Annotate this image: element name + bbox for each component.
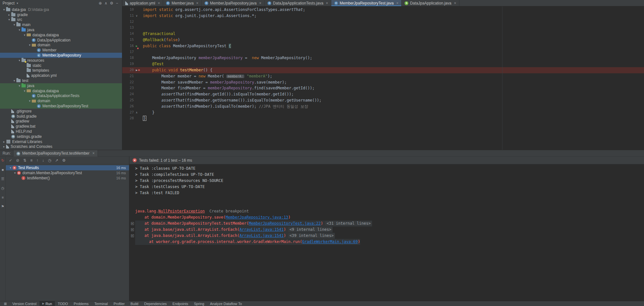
next-failed-test-icon[interactable]: ↓ — [42, 158, 44, 163]
chevron-right-icon[interactable]: ▸ — [2, 145, 6, 148]
test-tree-item-domain-memberjparepositorytest[interactable]: ▾✕domain.MemberJpaRepositoryTest16 ms — [6, 170, 129, 176]
tree-item-main[interactable]: ▾main — [0, 22, 122, 27]
tree-item-gradlew-bat[interactable]: gradlew.bat — [0, 124, 122, 129]
chevron-down-icon[interactable]: ▾ — [2, 8, 6, 11]
chevron-down-icon[interactable]: ▾ — [12, 23, 16, 26]
close-icon[interactable]: × — [196, 1, 198, 5]
tree-item-resources[interactable]: ▾resources — [0, 58, 122, 63]
test-tree-item-testmember[interactable]: !testMember()16 ms — [6, 176, 129, 181]
line-number[interactable]: 25 — [122, 97, 136, 104]
close-icon[interactable]: × — [454, 1, 456, 5]
settings-icon[interactable]: ⚙ — [62, 158, 66, 163]
tree-item-external-libraries[interactable]: ▸External Libraries — [0, 139, 122, 144]
tree-item-datajpa-datajpa[interactable]: ▾datajpa.datajpa — [0, 32, 122, 38]
statusbar-item-todo[interactable]: TODO — [55, 301, 71, 306]
statusbar-item-endpoints[interactable]: Endpoints — [170, 301, 191, 306]
chevron-right-icon[interactable]: ▸ — [2, 140, 6, 143]
stack-trace-link[interactable]: GradleWorkerMain.java:69 — [302, 239, 358, 244]
tree-item-build-gradle[interactable]: Gbuild.gradle — [0, 114, 122, 119]
chevron-down-icon[interactable]: ▾ — [17, 59, 22, 62]
show-passed-icon[interactable]: ✓ — [9, 158, 12, 163]
locate-file-icon[interactable]: ⊕ — [97, 1, 103, 5]
editor-tab-datajpaapplication-java[interactable]: SDataJpaApplication.java× — [402, 0, 459, 6]
line-number[interactable]: 20 — [122, 67, 136, 73]
line-number[interactable]: 11 — [122, 13, 136, 19]
tree-item-datajpa-datajpa[interactable]: ▾datajpa.datajpa — [0, 88, 122, 94]
sort-by-duration-icon[interactable]: ≡ — [30, 158, 32, 163]
test-tree-item-test-results[interactable]: ▾✕Test Results16 ms — [6, 165, 129, 170]
line-number[interactable]: 16 — [122, 43, 136, 49]
show-ignored-icon[interactable]: ⊘ — [16, 158, 19, 163]
statusbar-item-dependencies[interactable]: Dependencies — [141, 301, 170, 306]
close-icon[interactable]: × — [92, 151, 95, 156]
tool-window-grid-icon[interactable]: ▦ — [1, 302, 9, 305]
line-number[interactable]: 13 — [122, 25, 136, 31]
tree-item-java[interactable]: ▾java — [0, 83, 122, 88]
close-icon[interactable]: × — [326, 1, 328, 5]
line-number[interactable]: 21 — [122, 73, 136, 79]
editor-tab-application-yml[interactable]: application.yml× — [122, 0, 163, 6]
line-number[interactable]: 12 — [122, 19, 136, 25]
chevron-down-icon[interactable]: ▾ — [8, 166, 13, 169]
settings-icon[interactable]: ⚙ — [109, 1, 115, 5]
chevron-down-icon[interactable]: ▼ — [16, 2, 19, 5]
chevron-down-icon[interactable]: ▾ — [28, 43, 32, 47]
history-icon[interactable]: ◷ — [1, 186, 4, 190]
editor-tab-memberjparepositorytest-java[interactable]: CMemberJpaRepositoryTest.java× — [331, 0, 402, 6]
stack-trace-link[interactable]: MemberJpaRepositoryTest.java:22 — [249, 221, 321, 226]
pin-icon[interactable]: ⚑ — [1, 204, 4, 209]
statusbar-item-version-control[interactable]: Version Control — [9, 301, 39, 306]
console-output[interactable]: > Task :classes UP-TO-DATE> Task :compil… — [129, 164, 644, 301]
close-icon[interactable]: × — [396, 1, 398, 5]
run-test-method-icon[interactable]: ▶ — [136, 67, 137, 73]
run-configuration-tab[interactable]: G MemberJpaRepositoryTest.testMember × — [13, 150, 98, 157]
tree-item-domain[interactable]: ▾domain — [0, 98, 122, 104]
hide-panel-icon[interactable]: − — [115, 1, 119, 5]
tree-item-src[interactable]: ▾src — [0, 17, 122, 22]
test-history-icon[interactable]: ◷ — [48, 158, 51, 163]
statusbar-item-problems[interactable]: Problems — [71, 301, 91, 306]
tree-item-memberjparepositorytest[interactable]: CMemberJpaRepositoryTest — [0, 104, 122, 109]
fold-icon[interactable]: + — [131, 222, 134, 225]
fold-icon[interactable]: ∨ — [136, 13, 137, 19]
scroll-to-end-icon[interactable]: ≡ — [2, 195, 4, 199]
statusbar-item-profiler[interactable]: Profiler — [111, 301, 128, 306]
statusbar-item-analyze-dataflow-to[interactable]: Analyze Dataflow To — [207, 301, 245, 306]
tree-item-settings-gradle[interactable]: Gsettings.gradle — [0, 134, 122, 139]
project-panel-title[interactable]: Project — [3, 1, 14, 5]
collapse-all-icon[interactable]: ∧ — [103, 1, 109, 5]
sort-alphabetically-icon[interactable]: ⇅ — [23, 158, 26, 163]
line-number[interactable]: 14 — [122, 31, 136, 37]
tree-item-domain[interactable]: ▾domain — [0, 43, 122, 48]
statusbar-item-spring[interactable]: Spring — [191, 301, 207, 306]
editor-tab-datajpaapplicationtests-java[interactable]: CDataJpaApplicationTests.java× — [265, 0, 331, 6]
tree-item-gitignore[interactable]: .gitignore — [0, 109, 122, 114]
tree-item-data-jpa[interactable]: ▾data-jpaD:\#data-jpa — [0, 7, 122, 12]
tree-item-gradlew[interactable]: gradlew — [0, 119, 122, 124]
tree-item-memberjparepository[interactable]: CMemberJpaRepository — [0, 53, 122, 58]
rerun-icon[interactable]: ↻ — [1, 158, 4, 163]
fold-icon[interactable]: + — [131, 234, 134, 237]
run-test-class-icon[interactable]: ▶ — [136, 43, 137, 49]
chevron-down-icon[interactable]: ▾ — [22, 33, 27, 37]
export-results-icon[interactable]: ↗ — [55, 158, 58, 163]
stack-trace-link[interactable]: MemberJpaRepository.java:13 — [226, 215, 288, 220]
line-number[interactable]: 26 — [122, 104, 136, 110]
chevron-down-icon[interactable]: ▾ — [13, 171, 17, 175]
chevron-down-icon[interactable]: ▾ — [17, 84, 22, 87]
chevron-down-icon[interactable]: ▾ — [7, 18, 11, 21]
line-number[interactable]: 18 — [122, 55, 136, 61]
tree-item-member[interactable]: CMember — [0, 48, 122, 53]
editor-tab-member-java[interactable]: CMember.java× — [163, 0, 202, 6]
line-number[interactable]: 10 — [122, 7, 136, 13]
tree-item-datajpaapplicationtests[interactable]: CDataJpaApplicationTests — [0, 94, 122, 99]
method-breakpoint-icon[interactable]: ◆ — [138, 67, 140, 73]
tree-item-static[interactable]: static — [0, 63, 122, 68]
chevron-right-icon[interactable]: ▸ — [7, 13, 11, 16]
stack-trace-link[interactable]: ArrayList.java:1541 — [239, 233, 283, 238]
fold-icon[interactable]: ∧ — [136, 110, 137, 116]
editor-tab-memberjparepository-java[interactable]: CMemberJpaRepository.java× — [202, 0, 265, 6]
chevron-down-icon[interactable]: ▾ — [28, 99, 32, 103]
tree-item-templates[interactable]: templates — [0, 68, 122, 73]
previous-failed-test-icon[interactable]: ↑ — [36, 158, 38, 163]
